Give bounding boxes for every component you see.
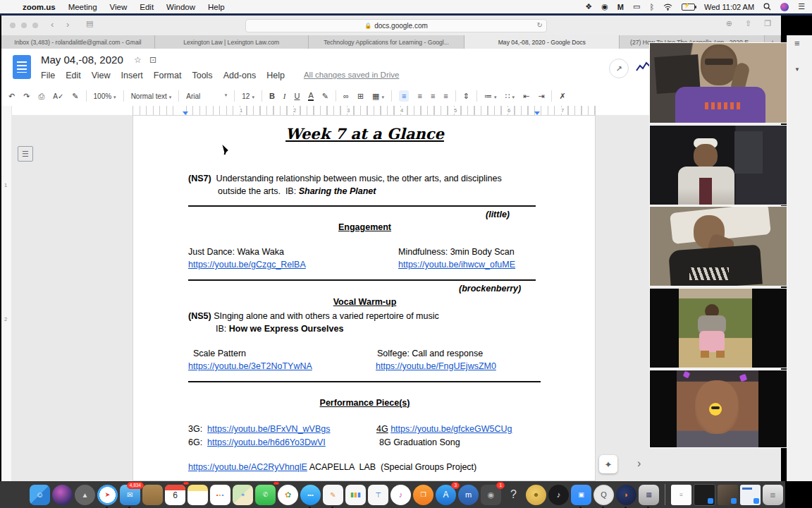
vertical-ruler[interactable]: 1 2 — [1, 106, 12, 481]
insert-comment-button[interactable]: ⊞ — [357, 92, 364, 101]
window-zoom-button[interactable] — [32, 23, 38, 28]
airplay-display-icon[interactable]: ▭ — [633, 2, 640, 11]
participant-video-2[interactable] — [649, 125, 787, 205]
dock-music-notation-app-icon[interactable]: ♪ — [548, 485, 569, 505]
docs-menu-edit[interactable]: Edit — [66, 71, 81, 80]
grade3-row[interactable]: 3G: https://youtu.be/BFxVN_wVBgs — [188, 424, 331, 434]
menubar-clock[interactable]: Wed 11:02 AM — [704, 3, 754, 11]
redo-button[interactable]: ↷ — [23, 92, 30, 101]
dock-trash-icon[interactable]: ▥ — [763, 485, 783, 505]
dock-keynote-icon[interactable]: ⊤ — [368, 485, 388, 505]
paint-format-button[interactable]: ✎ — [72, 92, 78, 101]
docs-menu-insert[interactable]: Insert — [121, 71, 143, 80]
acapella-row[interactable]: https://youtu.be/AC2RyVhnqlE ACAPELLA LA… — [188, 462, 476, 472]
scroll-right-chevron[interactable]: › — [637, 457, 641, 470]
dock-minimized-window-1[interactable] — [694, 484, 715, 506]
docs-menu-tools[interactable]: Tools — [192, 71, 212, 80]
line-spacing-button[interactable]: ⇕ — [463, 92, 469, 101]
docs-menu-addons[interactable]: Add-ons — [223, 71, 257, 80]
dock-document-stack[interactable]: ≡ — [671, 485, 691, 505]
shield-status-icon[interactable]: ◉ — [601, 2, 608, 11]
menu-edit[interactable]: Edit — [140, 3, 154, 11]
grade6-row[interactable]: 6G: https://youtu.be/h6d6Yo3DwVI — [188, 437, 326, 447]
move-folder-icon[interactable]: ⊡ — [149, 55, 156, 65]
downloads-button[interactable]: ⊕ — [726, 19, 732, 28]
window-minimize-button[interactable] — [21, 23, 27, 28]
menu-view[interactable]: View — [110, 3, 128, 11]
dock-pages-icon[interactable]: ✎ — [323, 485, 343, 505]
highlight-color-button[interactable]: ✎ — [322, 92, 328, 101]
dock-mail-icon[interactable]: ✉4,834 — [120, 485, 140, 505]
dock-itunes-icon[interactable]: ♪ — [390, 485, 411, 505]
dock-appstore-icon[interactable]: A3 — [436, 485, 456, 505]
menu-help[interactable]: Help — [208, 3, 225, 11]
compact-controls-button[interactable]: ↗ — [609, 59, 629, 78]
dock-safari-icon[interactable]: ➤ — [97, 485, 118, 505]
undo-button[interactable]: ↶ — [8, 92, 15, 101]
italic-button[interactable]: I — [283, 92, 286, 100]
document-page[interactable]: May 04,-08, 2020 Week 7 at a Glance (NS7… — [133, 115, 596, 481]
docs-menu-format[interactable]: Format — [154, 71, 182, 80]
dropbox-icon[interactable]: ❖ — [585, 2, 592, 11]
print-button[interactable]: ⎙ — [38, 92, 44, 101]
dock-numbers-icon[interactable]: ▮▮▮ — [345, 485, 366, 505]
dock-messages-icon[interactable]: ••• — [300, 485, 321, 505]
tab-google-docs[interactable]: May 04,-08, 2020 - Google Docs — [465, 35, 620, 49]
scale-pattern-link[interactable]: https://youtu.be/3eT2NoTYwNA — [188, 361, 312, 371]
star-icon[interactable]: ☆ — [134, 55, 142, 65]
align-center-button[interactable]: ≡ — [417, 92, 422, 100]
document-outline-button[interactable]: ☰ — [18, 146, 33, 162]
participant-video-4[interactable] — [649, 288, 787, 368]
bluetooth-icon[interactable]: ᛒ — [649, 3, 654, 11]
participant-video-5[interactable] — [649, 370, 787, 448]
font-size-select[interactable]: 12▾ — [242, 92, 254, 100]
numbered-list-button[interactable]: ≔▾ — [484, 92, 497, 101]
spotlight-icon[interactable] — [763, 3, 771, 11]
decrease-indent-button[interactable]: ⇤ — [523, 92, 529, 101]
forward-button[interactable]: › — [66, 19, 69, 30]
zoom-select[interactable]: 100%▾ — [94, 92, 116, 100]
address-bar[interactable]: 🔒 docs.google.com ↻ — [245, 19, 547, 32]
tab-gmail[interactable]: Inbox (3,483) - rolandalittle@gmail.com … — [1, 35, 155, 49]
insert-image-button[interactable]: ▦▾ — [372, 92, 384, 101]
text-color-button[interactable]: A — [308, 91, 313, 101]
dock-finder-icon[interactable]: ☺ — [30, 485, 50, 505]
tab-overview-button[interactable]: ❐ — [764, 19, 771, 28]
participant-video-1[interactable] — [649, 42, 787, 123]
font-select[interactable]: Arial▾ — [186, 92, 227, 100]
dock-quicktime-icon[interactable]: Q — [593, 485, 614, 505]
share-button[interactable]: ⇧ — [745, 19, 751, 28]
dock-missing-app-icon[interactable]: ? — [503, 485, 524, 505]
back-button[interactable]: ‹ — [51, 19, 54, 30]
tab-tech-apps[interactable]: Technology Applications for Learning - G… — [309, 35, 465, 49]
explore-button[interactable]: ✦ — [599, 455, 617, 473]
notification-center-icon[interactable]: ☰ — [798, 2, 805, 11]
dock-media-reel-icon[interactable]: ◉1 — [481, 485, 501, 505]
docs-menu-help[interactable]: Help — [266, 71, 285, 80]
align-left-button[interactable]: ≡ — [399, 90, 409, 102]
save-status[interactable]: All changes saved in Drive — [304, 71, 400, 80]
sidebar-button[interactable]: ▤ — [86, 19, 93, 28]
dock-books-icon[interactable]: ❒ — [413, 485, 433, 505]
siri-icon[interactable] — [780, 3, 789, 11]
align-right-button[interactable]: ≡ — [431, 92, 435, 100]
solfege-link[interactable]: https://youtu.be/FngUEjwsZM0 — [376, 361, 496, 371]
docs-menu-file[interactable]: File — [41, 71, 55, 80]
paragraph-style-select[interactable]: Normal text▾ — [131, 92, 172, 100]
mindfulness-link[interactable]: https://youtu.be/ihwcw_ofuME — [398, 260, 515, 270]
spellcheck-button[interactable]: A✓ — [53, 92, 63, 100]
dock-calendar-icon[interactable]: 6 — [165, 485, 185, 505]
underline-button[interactable]: U — [295, 92, 300, 100]
google-docs-icon[interactable] — [13, 55, 31, 79]
insert-link-button[interactable]: ∞ — [343, 92, 349, 100]
dock-photos-icon[interactable]: ✿ — [278, 485, 298, 505]
dock-zoom-icon[interactable]: ▣ — [571, 485, 591, 505]
dock-notes-icon[interactable] — [187, 485, 208, 505]
dock-contacts-icon[interactable] — [142, 485, 163, 505]
grade4-row[interactable]: 4G https://youtu.be/gfckeGW5CUg — [376, 424, 512, 434]
just-dance-link[interactable]: https://youtu.be/gCzgc_RelBA — [188, 260, 306, 270]
tab-lexington[interactable]: Lexington Law | Lexington Law.com — [155, 35, 309, 49]
dock-firefox-icon[interactable]: ◗ — [616, 485, 636, 505]
menu-meeting[interactable]: Meeting — [68, 3, 97, 11]
app-menu-zoomus[interactable]: zoom.us — [23, 3, 56, 11]
